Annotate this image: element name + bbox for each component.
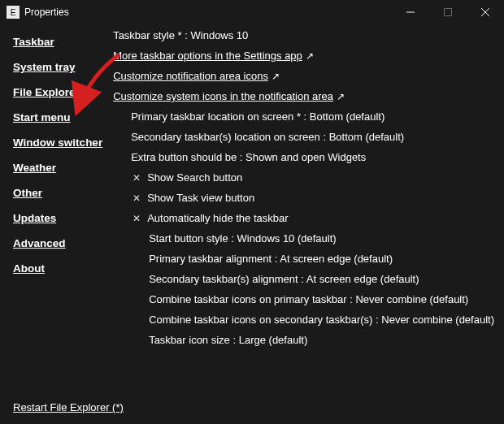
setting-value: At screen edge (default) — [306, 273, 419, 285]
sidebar-item-label: System tray — [13, 61, 76, 73]
setting-row[interactable]: Taskbar icon size : Large (default) — [113, 334, 494, 346]
setting-kv: Combine taskbar icons on primary taskbar… — [149, 293, 468, 305]
setting-key: Combine taskbar icons on secondary taskb… — [149, 314, 372, 326]
setting-key: Extra button should be — [131, 151, 237, 163]
checkbox-unchecked-icon: ✕ — [131, 172, 142, 184]
setting-row[interactable]: ✕Show Search button — [113, 171, 494, 184]
setting-row[interactable]: Primary taskbar alignment : At screen ed… — [113, 253, 494, 265]
settings-panel: Taskbar style * : Windows 10More taskbar… — [113, 29, 504, 390]
sidebar-item-label: File Explorer — [13, 86, 80, 98]
setting-kv: Secondary taskbar(s) location on screen … — [131, 131, 404, 143]
minimize-icon — [406, 8, 415, 16]
setting-value: Large (default) — [239, 334, 308, 346]
sidebar-item-advanced[interactable]: Advanced — [13, 231, 113, 256]
setting-row[interactable]: Secondary taskbar(s) location on screen … — [113, 131, 494, 143]
sidebar-item-file-explorer[interactable]: File Explorer — [13, 80, 113, 105]
sidebar-item-label: Updates — [13, 212, 56, 224]
setting-check-label: Show Task view button — [147, 192, 254, 204]
setting-value: Bottom (default) — [310, 110, 385, 123]
sidebar-item-about[interactable]: About — [13, 256, 113, 281]
window-controls — [392, 0, 504, 24]
external-link-icon: ↗ — [306, 50, 314, 62]
setting-kv: Primary taskbar alignment : At screen ed… — [149, 253, 393, 265]
maximize-icon — [444, 8, 452, 16]
sidebar-item-label: Start menu — [13, 111, 71, 123]
setting-key: Primary taskbar location on screen * — [131, 110, 301, 123]
sidebar-item-label: Window switcher — [13, 136, 102, 149]
sidebar-item-label: About — [13, 262, 45, 275]
sidebar: TaskbarSystem trayFile ExplorerStart men… — [0, 29, 113, 390]
setting-key: Taskbar style * — [113, 29, 182, 41]
setting-row[interactable]: Taskbar style * : Windows 10 — [113, 29, 494, 41]
setting-link-label: More taskbar options in the Settings app — [113, 50, 302, 62]
setting-kv: Taskbar icon size : Large (default) — [149, 334, 307, 346]
setting-value: At screen edge (default) — [280, 253, 393, 265]
setting-link-label: Customize system icons in the notificati… — [113, 90, 333, 102]
sidebar-item-system-tray[interactable]: System tray — [13, 54, 113, 80]
setting-row[interactable]: ✕Show Task view button — [113, 192, 494, 204]
external-link-icon: ↗ — [272, 71, 280, 82]
setting-row[interactable]: Combine taskbar icons on primary taskbar… — [113, 293, 494, 305]
sidebar-item-label: Weather — [13, 162, 56, 174]
external-link-icon: ↗ — [337, 91, 345, 102]
setting-kv: Secondary taskbar(s) alignment : At scre… — [149, 273, 419, 285]
setting-row[interactable]: ✕Automatically hide the taskbar — [113, 212, 494, 224]
setting-row[interactable]: Start button style : Windows 10 (default… — [113, 232, 494, 244]
setting-value: Bottom (default) — [329, 131, 405, 143]
setting-kv: Extra button should be : Shown and open … — [131, 151, 366, 163]
setting-row[interactable]: More taskbar options in the Settings app… — [113, 50, 494, 62]
setting-check-label: Show Search button — [147, 171, 242, 184]
setting-kv: Taskbar style * : Windows 10 — [113, 29, 248, 41]
window-title: Properties — [24, 6, 392, 18]
setting-link-label: Customize notification area icons — [113, 70, 268, 82]
app-icon: E — [7, 6, 20, 19]
setting-kv: Primary taskbar location on screen * : B… — [131, 110, 385, 123]
setting-key: Start button style — [149, 232, 228, 244]
sidebar-item-label: Other — [13, 187, 42, 199]
setting-value: Windows 10 (default) — [237, 232, 337, 244]
setting-key: Secondary taskbar(s) alignment — [149, 273, 298, 285]
minimize-button[interactable] — [392, 0, 429, 24]
setting-row[interactable]: Extra button should be : Shown and open … — [113, 151, 494, 163]
sidebar-item-start-menu[interactable]: Start menu — [13, 105, 113, 130]
setting-row[interactable]: Secondary taskbar(s) alignment : At scre… — [113, 273, 494, 285]
sidebar-item-label: Advanced — [13, 237, 66, 249]
close-button[interactable] — [467, 0, 504, 24]
setting-key: Secondary taskbar(s) location on screen — [131, 131, 320, 143]
setting-row[interactable]: Customize system icons in the notificati… — [113, 90, 494, 102]
sidebar-item-label: Taskbar — [13, 36, 54, 48]
setting-value: Windows 10 — [191, 29, 249, 41]
setting-value: Never combine (default) — [355, 293, 468, 305]
checkbox-unchecked-icon: ✕ — [131, 193, 142, 204]
setting-value: Never combine (default) — [381, 314, 494, 326]
footer: Restart File Explorer (*) — [0, 390, 504, 424]
sidebar-item-other[interactable]: Other — [13, 180, 113, 206]
setting-row[interactable]: Primary taskbar location on screen * : B… — [113, 110, 494, 123]
setting-kv: Start button style : Windows 10 (default… — [149, 232, 337, 244]
sidebar-item-window-switcher[interactable]: Window switcher — [13, 130, 113, 155]
setting-kv: Combine taskbar icons on secondary taskb… — [149, 314, 494, 326]
content-area: TaskbarSystem trayFile ExplorerStart men… — [0, 24, 504, 390]
sidebar-item-weather[interactable]: Weather — [13, 155, 113, 180]
setting-key: Taskbar icon size — [149, 334, 230, 346]
maximize-button[interactable] — [429, 0, 467, 24]
titlebar: E Properties — [0, 0, 504, 24]
svg-rect-1 — [445, 9, 452, 16]
checkbox-unchecked-icon: ✕ — [131, 213, 142, 224]
setting-row[interactable]: Customize notification area icons↗ — [113, 70, 494, 82]
sidebar-item-taskbar[interactable]: Taskbar — [13, 29, 113, 54]
setting-key: Combine taskbar icons on primary taskbar — [149, 293, 347, 305]
setting-check-label: Automatically hide the taskbar — [147, 212, 288, 224]
close-icon — [481, 8, 489, 16]
restart-explorer-link[interactable]: Restart File Explorer (*) — [13, 401, 124, 413]
setting-value: Shown and open Widgets — [245, 151, 366, 163]
setting-key: Primary taskbar alignment — [149, 253, 272, 265]
setting-row[interactable]: Combine taskbar icons on secondary taskb… — [113, 314, 494, 326]
sidebar-item-updates[interactable]: Updates — [13, 206, 113, 231]
